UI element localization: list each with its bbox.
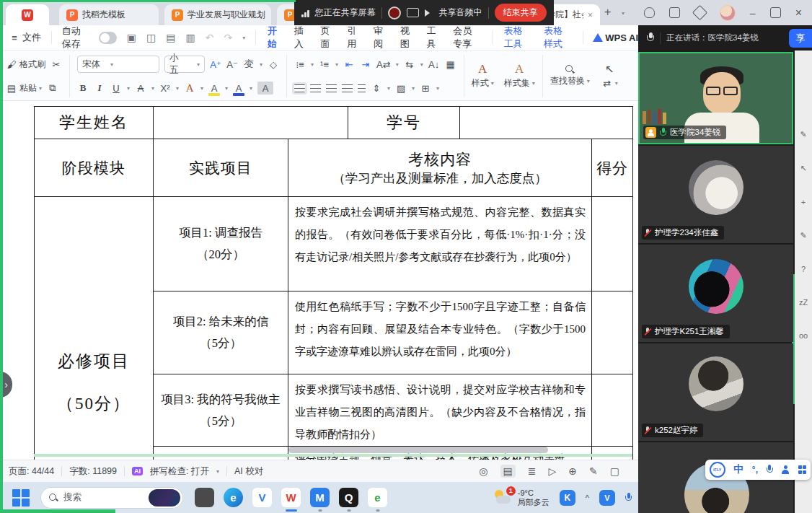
- project-header[interactable]: 实践项目: [154, 139, 288, 197]
- user-avatar[interactable]: [720, 5, 736, 21]
- wps-app-icon[interactable]: W: [281, 488, 301, 507]
- export-icon[interactable]: ◫: [146, 32, 156, 43]
- web-view-icon[interactable]: ⊕: [568, 465, 577, 477]
- paste-button[interactable]: ▤ 粘贴 ▾: [6, 82, 42, 95]
- numbering-button[interactable]: ¹≡: [319, 58, 330, 71]
- record-icon[interactable]: [388, 6, 401, 19]
- video-tile-3[interactable]: 护理学K251王湘馨: [638, 245, 793, 342]
- edit-pen-icon[interactable]: ✎: [589, 465, 598, 477]
- start-button[interactable]: [12, 488, 30, 507]
- project-1-score[interactable]: [592, 197, 633, 291]
- clear-format-icon[interactable]: ◇: [268, 58, 279, 71]
- outline-view-icon[interactable]: ≣: [528, 465, 537, 477]
- show-marks-button[interactable]: ▦: [445, 58, 456, 71]
- ime-mic-icon[interactable]: [767, 465, 773, 475]
- fullscreen-icon[interactable]: ▢: [610, 465, 619, 477]
- new-tab-button[interactable]: +: [604, 6, 611, 19]
- tab-home[interactable]: 开始: [266, 23, 283, 52]
- content-header[interactable]: 考核内容 （学习产出及测量标准，加入态度点）: [288, 139, 592, 197]
- sort-button[interactable]: A↓: [428, 58, 440, 71]
- video-tile-speaker[interactable]: 医学院34姜锐: [638, 52, 793, 144]
- student-id-header[interactable]: 学号: [348, 107, 460, 139]
- tray-voov-icon[interactable]: V: [599, 490, 615, 506]
- video-tile-2[interactable]: 护理学234张佳鑫: [638, 146, 793, 243]
- tab-tools[interactable]: 工具: [425, 23, 442, 52]
- notes-app-icon[interactable]: [195, 488, 214, 507]
- ai-robot-icon[interactable]: [644, 7, 655, 18]
- more-icon[interactable]: oo: [799, 331, 808, 340]
- tab-reference[interactable]: 引用: [345, 23, 362, 52]
- bold-button[interactable]: B: [77, 82, 89, 95]
- close-window-button[interactable]: ×: [795, 6, 802, 19]
- tab-member[interactable]: 会员专享: [451, 23, 482, 52]
- wps-ai-button[interactable]: WPS AI: [593, 32, 638, 43]
- tab-list-dropdown-icon[interactable]: ▾: [622, 10, 625, 17]
- spellcheck-status[interactable]: 拼写检查: 打开: [150, 465, 209, 478]
- phonetic-guide-icon[interactable]: 变: [243, 58, 255, 71]
- page-view-icon[interactable]: ▤: [500, 465, 516, 478]
- styles-button[interactable]: A 样式▾: [472, 63, 494, 89]
- char-scale-button[interactable]: A⇄: [376, 58, 391, 71]
- minimize-button[interactable]: –: [750, 7, 756, 19]
- line-spacing-button[interactable]: ⇕: [371, 82, 382, 95]
- ime-punct-icon[interactable]: °,: [752, 465, 758, 475]
- tab-page[interactable]: 页面: [319, 23, 335, 52]
- apps-cube-icon[interactable]: [692, 5, 707, 20]
- pointer-tool-icon[interactable]: +: [801, 198, 806, 206]
- tab-view[interactable]: 视图: [399, 23, 415, 52]
- project-3-desc[interactable]: 按要求撰写读书感悟、设计说明，提交对应学校吉祥物和专业吉祥物三视图的高清图片。（…: [288, 374, 592, 447]
- underline-button[interactable]: U: [110, 82, 122, 95]
- project-1-desc[interactable]: 按要求完成社会调研并撰写格式规范、内容完整、数据真实的报告。（有效问卷低于要求百…: [288, 197, 592, 291]
- align-center-button[interactable]: [310, 84, 321, 92]
- project-3-cell[interactable]: 项目3: 我的符号我做主 （5分）: [154, 374, 288, 447]
- format-painter-button[interactable]: 🖌 格式刷: [6, 58, 45, 71]
- assessment-table[interactable]: 学生姓名 学号 阶段模块 实践项目 考核内容 （学习产出及测量标准，加入态度点）…: [34, 106, 633, 460]
- bullets-button[interactable]: ⁝≡: [294, 58, 306, 71]
- pen-tool-icon[interactable]: ✎: [800, 130, 806, 139]
- weather-widget[interactable]: 1 -9°C 局部多云: [494, 488, 550, 507]
- outdent-button[interactable]: ⇤: [343, 58, 355, 71]
- copy-icon[interactable]: ⧉: [47, 82, 58, 95]
- char-shading-button[interactable]: A: [257, 82, 273, 95]
- project-2-score[interactable]: [592, 291, 633, 374]
- monitor-icon[interactable]: [407, 8, 419, 17]
- borders-button[interactable]: ⊞: [420, 82, 431, 95]
- tab-table-tools[interactable]: 表格工具: [503, 23, 533, 52]
- cursor-tool-icon[interactable]: ↖: [800, 164, 806, 173]
- text-effect-button[interactable]: A: [184, 82, 195, 95]
- share-button[interactable]: 享: [789, 29, 812, 48]
- phonetic-dropdown-icon[interactable]: ▾: [260, 61, 262, 68]
- student-name-header[interactable]: 学生姓名: [35, 107, 154, 139]
- tab-table-style[interactable]: 表格样式: [542, 23, 573, 52]
- ime-toolbar[interactable]: iFLY 中 °,: [705, 460, 811, 480]
- project-3-score[interactable]: [592, 374, 633, 447]
- tray-mic-icon[interactable]: [625, 493, 632, 503]
- tab-insert[interactable]: 插入: [293, 23, 309, 52]
- italic-button[interactable]: I: [94, 82, 105, 95]
- spellcheck-dropdown-icon[interactable]: ▾: [216, 468, 219, 475]
- search-daily-image[interactable]: [149, 489, 180, 507]
- print-icon[interactable]: ▤: [166, 32, 175, 43]
- font-color-button[interactable]: A: [233, 82, 244, 95]
- tab-ppt-1[interactable]: P 学业发展与职业规划: [164, 4, 271, 25]
- ime-apps-icon[interactable]: [798, 465, 807, 474]
- project-1-cell[interactable]: 项目1: 调查报告 （20分）: [154, 197, 288, 291]
- do-not-disturb-icon[interactable]: zZ: [799, 298, 808, 307]
- document-area[interactable]: 学生姓名 学号 阶段模块 实践项目 考核内容 （学习产出及测量标准，加入态度点）…: [0, 101, 638, 460]
- help-icon[interactable]: ?: [801, 265, 806, 273]
- read-mode-icon[interactable]: ▷: [549, 465, 557, 477]
- project-4-cell[interactable]: [154, 447, 288, 460]
- shading-bucket-button[interactable]: ▨: [395, 82, 407, 95]
- word-count[interactable]: 字数: 11899: [69, 465, 117, 478]
- ime-lang-icon[interactable]: 中: [733, 463, 743, 476]
- multi-window-icon[interactable]: [669, 7, 680, 18]
- module-merged-cell[interactable]: 必修项目 （50分）: [35, 197, 154, 460]
- tab-docer[interactable]: P 找稻壳模板: [59, 4, 159, 25]
- style-set-button[interactable]: A 样式集▾: [504, 63, 535, 89]
- ai-proof-button[interactable]: AI 校对: [234, 465, 263, 478]
- voov-meeting-icon[interactable]: V: [252, 488, 272, 507]
- module-header[interactable]: 阶段模块: [35, 139, 154, 197]
- align-right-button[interactable]: [326, 84, 337, 92]
- project-2-desc[interactable]: 使用红色稿纸手写；字数不少于1500字且字迹工整；自备信封；内容有回顾、展望及结…: [288, 291, 592, 374]
- font-size-select[interactable]: 小五▾: [164, 56, 205, 73]
